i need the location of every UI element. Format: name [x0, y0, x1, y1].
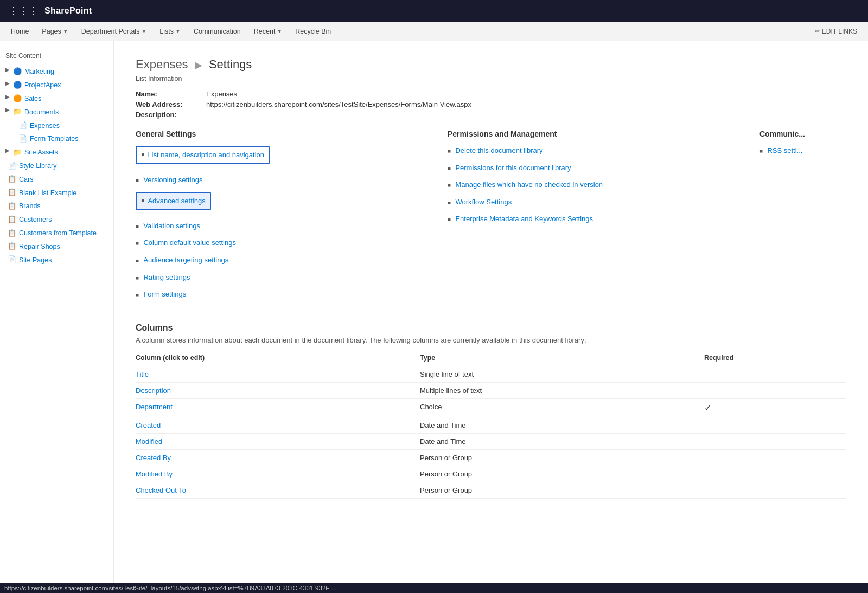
brands-icon: 📋 — [8, 201, 16, 212]
table-row: DepartmentChoice✓ — [136, 398, 846, 417]
sidebar-item-formtemplates[interactable]: 📄 Form Templates — [16, 132, 108, 146]
sidebar-item-projectapex[interactable]: 🔵 ProjectApex — [11, 79, 63, 92]
formtemplates-icon: 📄 — [18, 133, 27, 145]
setting-validation: ▪ Validation settings — [136, 221, 448, 233]
blanklistexample-icon: 📋 — [8, 187, 16, 198]
marketing-expand-icon[interactable]: ▶ — [5, 67, 10, 73]
column-cell-name[interactable]: Checked Out To — [136, 482, 420, 498]
workflow-link[interactable]: Workflow Settings — [455, 197, 512, 207]
nav-recycle-bin[interactable]: Recycle Bin — [295, 28, 331, 35]
nav-department-portals[interactable]: Department Portals ▼ — [81, 28, 147, 35]
breadcrumb-expenses[interactable]: Expenses — [136, 57, 188, 71]
sales-expand-icon[interactable]: ▶ — [5, 94, 10, 100]
columns-title: Columns — [136, 323, 846, 333]
setting-form: ▪ Form settings — [136, 289, 448, 301]
audience-link[interactable]: Audience targeting settings — [143, 255, 228, 265]
column-name-link[interactable]: Department — [136, 403, 173, 411]
sidebar-item-cars[interactable]: 📋 Cars — [5, 172, 108, 186]
breadcrumb-arrow-icon: ▶ — [195, 60, 202, 70]
advanced-link[interactable]: Advanced settings — [148, 196, 205, 206]
sidebar-item-stylelibrary[interactable]: 📄 Style Library — [5, 159, 108, 173]
list-info-label: List Information — [136, 75, 846, 82]
setting-rating: ▪ Rating settings — [136, 273, 448, 285]
versioning-bullet-icon: ▪ — [136, 175, 139, 187]
column-cell-required — [704, 449, 846, 466]
table-row: Checked Out ToPerson or Group — [136, 482, 846, 498]
grid-icon[interactable]: ⋮⋮⋮ — [9, 5, 38, 17]
delete-link[interactable]: Delete this document library — [455, 146, 542, 156]
enterprise-metadata-link[interactable]: Enterprise Metadata and Keywords Setting… — [455, 214, 593, 224]
nav-pages[interactable]: Pages ▼ — [42, 28, 68, 35]
rss-link[interactable]: RSS setti... — [767, 146, 802, 156]
column-name-link[interactable]: Created — [136, 421, 161, 429]
column-cell-name[interactable]: Department — [136, 398, 420, 417]
setting-advanced-highlighted[interactable]: ▪ Advanced settings — [136, 192, 211, 210]
nav-home[interactable]: Home — [11, 28, 29, 35]
sales-icon: 🟠 — [13, 93, 22, 105]
address-label: Web Address: — [136, 100, 206, 108]
column-default-link[interactable]: Column default value settings — [143, 238, 236, 248]
column-cell-required — [704, 417, 846, 433]
rating-bullet-icon: ▪ — [136, 273, 139, 285]
app-title: SharePoint — [44, 6, 92, 16]
edit-links[interactable]: ✏ EDIT LINKS — [815, 28, 857, 35]
column-cell-name[interactable]: Description — [136, 382, 420, 398]
column-name-link[interactable]: Modified By — [136, 470, 173, 478]
address-value: https://citizenbuilders.sharepoint.com/s… — [206, 100, 471, 108]
siteassets-icon: 📁 — [13, 147, 22, 158]
versioning-link[interactable]: Versioning settings — [143, 175, 202, 185]
lists-chevron-icon: ▼ — [175, 28, 181, 34]
list-info-address-row: Web Address: https://citizenbuilders.sha… — [136, 100, 846, 108]
column-cell-name[interactable]: Modified By — [136, 466, 420, 482]
column-name-link[interactable]: Title — [136, 370, 149, 378]
manage-no-checkin-link[interactable]: Manage files which have no checked in ve… — [455, 180, 603, 190]
permissions-link[interactable]: Permissions for this document library — [455, 163, 571, 173]
table-row: CreatedDate and Time — [136, 417, 846, 433]
validation-link[interactable]: Validation settings — [143, 221, 200, 231]
permissions-col: Permissions and Management ▪ Delete this… — [448, 130, 760, 307]
setting-rss: ▪ RSS setti... — [760, 146, 846, 158]
column-cell-name[interactable]: Title — [136, 366, 420, 382]
sidebar-item-brands[interactable]: 📋 Brands — [5, 199, 108, 213]
sidebar-item-sitepages[interactable]: 📄 Site Pages — [5, 253, 108, 267]
column-header-type: Type — [420, 352, 704, 366]
customers-icon: 📋 — [8, 214, 16, 225]
sidebar-item-expenses[interactable]: 📄 Expenses — [16, 119, 108, 132]
nav-lists[interactable]: Lists ▼ — [159, 28, 181, 35]
setting-column-default: ▪ Column default value settings — [136, 238, 448, 250]
sidebar-item-sales[interactable]: 🟠 Sales — [11, 92, 43, 106]
column-cell-name[interactable]: Created — [136, 417, 420, 433]
list-info-desc-row: Description: — [136, 111, 846, 119]
setting-permissions: ▪ Permissions for this document library — [448, 163, 760, 175]
nav-communication[interactable]: Communication — [194, 28, 241, 35]
column-cell-type: Person or Group — [420, 482, 704, 498]
documents-expand-icon[interactable]: ▶ — [5, 107, 10, 113]
column-name-link[interactable]: Checked Out To — [136, 486, 186, 494]
rating-link[interactable]: Rating settings — [143, 273, 190, 282]
delete-bullet-icon: ▪ — [448, 146, 451, 158]
column-name-link[interactable]: Modified — [136, 437, 162, 446]
stylelibrary-icon: 📄 — [8, 160, 16, 172]
column-cell-name[interactable]: Modified — [136, 433, 420, 449]
sidebar-group-marketing: ▶ 🔵 Marketing — [5, 65, 108, 79]
sidebar-item-customers[interactable]: 📋 Customers — [5, 213, 108, 227]
sidebar-item-siteassets[interactable]: 📁 Site Assets — [11, 146, 60, 159]
projectapex-expand-icon[interactable]: ▶ — [5, 80, 10, 86]
sidebar-item-repairshops[interactable]: 📋 Repair Shops — [5, 240, 108, 253]
sidebar-item-documents[interactable]: 📁 Documents — [11, 105, 61, 119]
siteassets-expand-icon[interactable]: ▶ — [5, 147, 10, 153]
column-cell-name[interactable]: Created By — [136, 449, 420, 466]
form-link[interactable]: Form settings — [143, 289, 186, 299]
setting-list-name: ▪ List name, description and navigation — [136, 146, 448, 170]
nav-recent[interactable]: Recent ▼ — [254, 28, 283, 35]
sidebar-item-customersfromtemplate[interactable]: 📋 Customers from Template — [5, 227, 108, 240]
column-name-link[interactable]: Description — [136, 386, 171, 395]
columns-section: Columns A column stores information abou… — [136, 323, 846, 499]
sidebar-group-siteassets: ▶ 📁 Site Assets — [5, 146, 108, 159]
column-cell-type: Date and Time — [420, 417, 704, 433]
sidebar-item-blanklistexample[interactable]: 📋 Blank List Example — [5, 186, 108, 199]
column-name-link[interactable]: Created By — [136, 454, 171, 462]
recent-chevron-icon: ▼ — [277, 28, 282, 34]
sidebar-item-marketing[interactable]: 🔵 Marketing — [11, 65, 56, 79]
list-name-link[interactable]: List name, description and navigation — [148, 150, 264, 160]
